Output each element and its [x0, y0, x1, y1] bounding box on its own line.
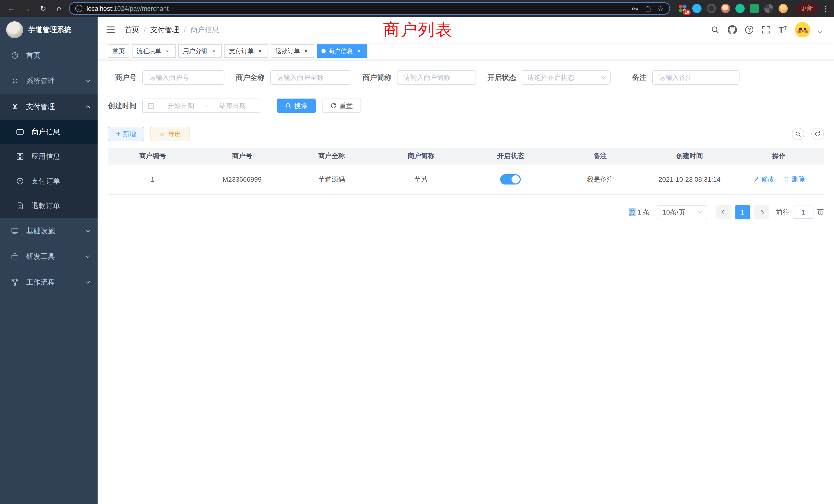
tab-pay-order[interactable]: 支付订单 [224, 44, 268, 58]
chevron-down-icon [698, 209, 702, 214]
remark-input[interactable] [652, 70, 740, 85]
col-remark: 备注 [555, 148, 645, 164]
search-button[interactable]: 搜索 [277, 98, 316, 113]
page-1-button[interactable]: 1 [736, 205, 750, 220]
dashboard-icon [10, 51, 20, 60]
browser-back-icon[interactable] [5, 2, 18, 15]
main-panel: 首页 / 支付管理 / 商户信息 [97, 17, 834, 504]
sidebar-item-infrastructure[interactable]: 基础设施 [0, 218, 97, 244]
tab-home[interactable]: 首页 [108, 44, 129, 58]
next-page-button[interactable] [754, 205, 769, 220]
browser-home-icon[interactable] [53, 2, 65, 15]
close-icon[interactable] [303, 47, 310, 55]
sidebar-item-merchant-info[interactable]: 商户信息 [0, 120, 97, 144]
url-text[interactable]: localhost:1024/pay/merchant [87, 5, 169, 12]
sidebar-item-devtools[interactable]: 研发工具 [0, 244, 97, 270]
add-button[interactable]: 新增 [108, 127, 144, 141]
table-toolbar: 新增 导出 [108, 127, 824, 141]
tab-refund-order[interactable]: 退款订单 [271, 44, 314, 58]
sidebar-item-app-info[interactable]: 应用信息 [0, 144, 97, 169]
cell-actions: 修改 删除 [734, 164, 824, 194]
status-toggle[interactable] [500, 174, 521, 184]
breadcrumb-home[interactable]: 首页 [125, 25, 139, 35]
merchant-no-input[interactable] [142, 70, 224, 85]
full-name-input[interactable] [270, 70, 351, 85]
browser-update-button[interactable]: 更新 [795, 2, 818, 15]
bookmark-star-icon[interactable] [657, 4, 664, 13]
extension-icon-green-circle[interactable] [736, 4, 745, 13]
close-icon[interactable] [256, 47, 263, 55]
sidebar-item-system[interactable]: 系统管理 [0, 68, 97, 94]
sidebar-item-home[interactable]: 首页 [0, 43, 97, 68]
edit-link[interactable]: 修改 [753, 175, 774, 184]
toggle-search-button[interactable] [792, 128, 804, 140]
delete-link[interactable]: 删除 [784, 175, 805, 184]
chevron-down-icon [86, 80, 89, 82]
browser-forward-icon[interactable] [21, 2, 34, 15]
chevron-down-icon [86, 230, 89, 232]
sidebar-item-refund-order[interactable]: 退款订单 [0, 193, 97, 218]
jump-page-input[interactable] [793, 206, 813, 219]
tab-user-group[interactable]: 用户分组 [178, 44, 222, 58]
create-time-range[interactable]: 开始日期 - 结束日期 [142, 98, 260, 113]
tab-process-form[interactable]: 流程表单 [132, 44, 176, 58]
prev-page-button[interactable] [717, 205, 731, 220]
password-key-icon[interactable] [631, 5, 639, 12]
cell-remark: 我是备注 [555, 164, 645, 194]
fullscreen-icon[interactable] [762, 25, 770, 34]
browser-reload-icon[interactable] [37, 2, 49, 15]
browser-profile-avatar[interactable] [778, 4, 788, 13]
status-label: 开启状态 [487, 73, 516, 83]
reset-button[interactable]: 重置 [322, 98, 361, 113]
refresh-button[interactable] [811, 128, 824, 140]
col-short-name: 商户简称 [376, 148, 466, 164]
user-avatar[interactable] [795, 22, 810, 38]
sidebar-item-pay-order[interactable]: ¥ 支付订单 [0, 169, 97, 193]
breadcrumb-merchant-info: 商户信息 [191, 25, 219, 35]
help-icon[interactable] [745, 26, 753, 34]
breadcrumb-payment[interactable]: 支付管理 [151, 25, 179, 35]
sidebar: 芋道管理系统 首页 系统管理 ¥ 支付管理 [0, 17, 97, 504]
plus-icon [116, 130, 120, 138]
short-name-label: 商户简称 [363, 73, 391, 83]
extension-icon-green-square[interactable] [750, 4, 759, 13]
github-icon[interactable] [728, 25, 737, 35]
sidebar-logo[interactable]: 芋道管理系统 [0, 17, 97, 43]
col-merchant-no: 商户号 [197, 148, 287, 164]
credit-card-icon [16, 128, 25, 136]
hamburger-icon[interactable] [106, 25, 115, 35]
filter-row-2: 创建时间 开始日期 - 结束日期 搜索 重置 [108, 98, 824, 113]
cell-full-name: 芋道源码 [287, 164, 376, 194]
payment-submenu: 商户信息 应用信息 ¥ 支付订单 [0, 120, 97, 218]
short-name-input[interactable] [397, 70, 476, 85]
close-icon[interactable] [355, 47, 363, 55]
export-button[interactable]: 导出 [151, 127, 190, 141]
font-size-icon[interactable] [778, 26, 787, 34]
address-bar[interactable]: localhost:1024/pay/merchant [69, 2, 670, 15]
extension-icon-pinwheel[interactable] [764, 4, 773, 13]
full-name-label: 商户全称 [236, 73, 264, 83]
chevron-down-icon [86, 281, 89, 283]
jump-prefix-label: 前往 [776, 208, 789, 217]
sidebar-menu: 首页 系统管理 ¥ 支付管理 商户信息 [0, 43, 97, 295]
extension-icon-avatar[interactable] [721, 4, 730, 13]
filter-row-1: 商户号 商户全称 商户简称 开启状态 请选择开启状态 [108, 70, 824, 85]
sidebar-item-workflow[interactable]: 工作流程 [0, 270, 97, 295]
close-icon[interactable] [164, 47, 171, 55]
page-size-select[interactable]: 10条/页 [657, 205, 707, 220]
extension-icon-dark[interactable] [707, 4, 716, 13]
status-select[interactable]: 请选择开启状态 [522, 70, 611, 85]
site-info-icon[interactable] [75, 5, 83, 12]
jump-suffix-label: 页 [817, 208, 824, 217]
browser-menu-icon[interactable] [822, 4, 829, 13]
browser-toolbar: localhost:1024/pay/merchant 10 更新 [0, 0, 834, 17]
tab-merchant-info[interactable]: 商户信息 [317, 44, 367, 58]
search-icon[interactable] [711, 25, 720, 34]
apps-extension-icon[interactable]: 10 [678, 4, 687, 13]
share-icon[interactable] [644, 5, 652, 12]
avatar-caret-icon[interactable] [818, 25, 822, 35]
extension-icon-blue[interactable] [692, 4, 702, 13]
close-icon[interactable] [210, 47, 217, 55]
create-time-label: 创建时间 [108, 101, 137, 111]
sidebar-item-payment[interactable]: ¥ 支付管理 [0, 94, 97, 120]
